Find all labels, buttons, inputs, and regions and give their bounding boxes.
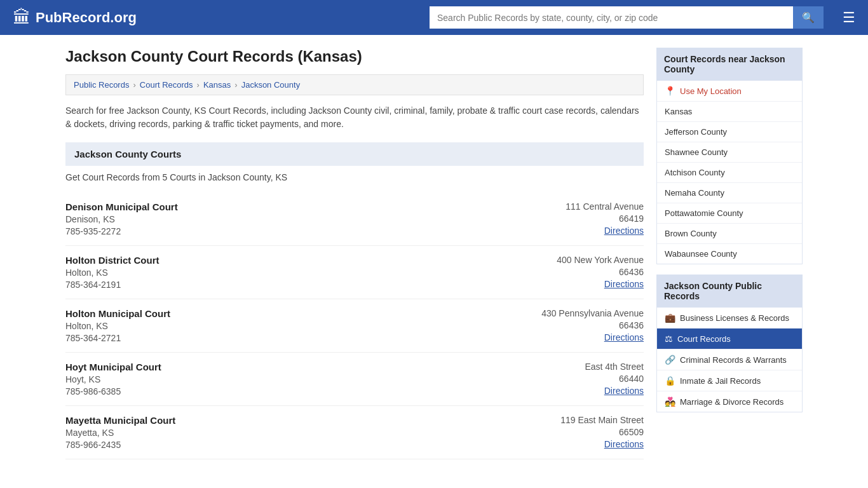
court-right: 430 Pennsylvania Avenue 66436 Directions <box>541 308 644 343</box>
nearby-list-item[interactable]: Nemaha County <box>657 183 802 203</box>
court-phone: 785-935-2272 <box>65 226 178 236</box>
court-phone: 785-986-6385 <box>65 386 161 396</box>
public-records-list-item[interactable]: 🔗Criminal Records & Warrants <box>657 349 802 370</box>
page-title: Jackson County Court Records (Kansas) <box>65 48 644 65</box>
breadcrumb-sep-2: › <box>197 80 200 90</box>
breadcrumb-sep-3: › <box>234 80 237 90</box>
public-records-list-item[interactable]: 💼Business Licenses & Records <box>657 308 802 329</box>
court-name: Mayetta Municipal Court <box>65 415 175 426</box>
nearby-link[interactable]: Brown County <box>665 229 717 238</box>
nearby-list-item[interactable]: Brown County <box>657 224 802 244</box>
search-area: 🔍 <box>430 6 824 29</box>
nearby-link[interactable]: Jefferson County <box>665 127 727 137</box>
directions-link[interactable]: Directions <box>604 332 644 342</box>
court-left: Hoyt Municipal Court Hoyt, KS 785-986-63… <box>65 362 161 396</box>
court-entry: Denison Municipal Court Denison, KS 785-… <box>65 193 644 246</box>
nearby-list-item[interactable]: 📍Use My Location <box>657 81 802 102</box>
court-left: Holton District Court Holton, KS 785-364… <box>65 255 159 290</box>
pr-icon: ⚖ <box>665 334 673 344</box>
nearby-list-item[interactable]: Shawnee County <box>657 142 802 163</box>
pr-icon: 🔗 <box>665 355 675 365</box>
nearby-list-item[interactable]: Jefferson County <box>657 122 802 142</box>
logo[interactable]: 🏛 PubRecord.org <box>13 7 137 28</box>
breadcrumb-sep-1: › <box>133 80 135 90</box>
court-address: 430 Pennsylvania Avenue <box>541 308 644 318</box>
nearby-list-item[interactable]: Kansas <box>657 102 802 122</box>
public-records-list-item[interactable]: 🔒Inmate & Jail Records <box>657 370 802 391</box>
pr-link[interactable]: Inmate & Jail Records <box>680 376 761 386</box>
nearby-link[interactable]: Wabaunsee County <box>665 249 737 259</box>
pr-link[interactable]: Marriage & Divorce Records <box>680 397 783 407</box>
courts-section-header: Jackson County Courts <box>65 142 644 166</box>
public-records-header: Jackson County Public Records <box>656 274 803 308</box>
court-zip: 66436 <box>541 320 644 330</box>
court-left: Mayetta Municipal Court Mayetta, KS 785-… <box>65 415 175 450</box>
court-zip: 66509 <box>542 427 644 437</box>
header: 🏛 PubRecord.org 🔍 ☰ <box>0 0 868 35</box>
location-icon: 📍 <box>665 86 675 96</box>
court-left: Denison Municipal Court Denison, KS 785-… <box>65 201 178 236</box>
court-address: 400 New York Avenue <box>542 255 644 265</box>
search-input[interactable] <box>430 6 793 29</box>
pr-link[interactable]: Business Licenses & Records <box>680 313 789 323</box>
nearby-link[interactable]: Pottawatomie County <box>665 208 743 218</box>
nearby-list-item[interactable]: Wabaunsee County <box>657 244 802 264</box>
court-city: Mayetta, KS <box>65 428 175 438</box>
courts-count: Get Court Records from 5 Courts in Jacks… <box>65 172 644 182</box>
court-phone: 785-364-2191 <box>65 280 159 290</box>
nearby-link[interactable]: Kansas <box>665 107 692 116</box>
nearby-list-item[interactable]: Atchison County <box>657 163 802 183</box>
hamburger-icon: ☰ <box>843 10 855 25</box>
pr-icon: 🔒 <box>665 376 675 386</box>
court-right: 111 Central Avenue 66419 Directions <box>542 201 644 236</box>
court-zip: 66419 <box>542 214 644 224</box>
court-name: Denison Municipal Court <box>65 201 178 212</box>
court-zip: 66436 <box>542 267 644 277</box>
court-name: Holton Municipal Court <box>65 308 170 319</box>
nearby-link[interactable]: Nemaha County <box>665 188 724 198</box>
court-phone: 785-966-2435 <box>65 440 175 450</box>
public-records-list: 💼Business Licenses & Records⚖Court Recor… <box>656 308 803 412</box>
court-city: Hoyt, KS <box>65 374 161 384</box>
nearby-link[interactable]: Atchison County <box>665 168 725 177</box>
court-city: Denison, KS <box>65 214 178 224</box>
court-entry: Holton Municipal Court Holton, KS 785-36… <box>65 299 644 353</box>
logo-text: PubRecord.org <box>36 10 137 26</box>
court-address: 119 East Main Street <box>542 415 644 425</box>
pr-link[interactable]: Criminal Records & Warrants <box>680 355 787 365</box>
page-description: Search for free Jackson County, KS Court… <box>65 104 644 131</box>
breadcrumb-public-records[interactable]: Public Records <box>74 80 129 90</box>
breadcrumb: Public Records › Court Records › Kansas … <box>65 74 644 95</box>
pr-label: Court Records <box>677 334 731 344</box>
content-area: Jackson County Court Records (Kansas) Pu… <box>65 48 644 459</box>
menu-button[interactable]: ☰ <box>843 10 855 26</box>
directions-link[interactable]: Directions <box>604 279 644 289</box>
breadcrumb-kansas[interactable]: Kansas <box>203 80 231 90</box>
search-button[interactable]: 🔍 <box>793 6 824 29</box>
court-phone: 785-364-2721 <box>65 333 170 343</box>
breadcrumb-jackson-county[interactable]: Jackson County <box>241 80 301 90</box>
court-right: 119 East Main Street 66509 Directions <box>542 415 644 450</box>
court-name: Holton District Court <box>65 255 159 266</box>
public-records-list-item[interactable]: 💑Marriage & Divorce Records <box>657 391 802 412</box>
nearby-list: 📍Use My LocationKansasJefferson CountySh… <box>656 81 803 264</box>
nearby-list-item[interactable]: Pottawatomie County <box>657 203 802 224</box>
main-container: Jackson County Court Records (Kansas) Pu… <box>53 35 815 472</box>
directions-link[interactable]: Directions <box>604 386 644 396</box>
court-entry: Mayetta Municipal Court Mayetta, KS 785-… <box>65 406 644 459</box>
court-right: East 4th Street 66440 Directions <box>542 362 644 396</box>
nearby-link[interactable]: Shawnee County <box>665 147 728 157</box>
court-city: Holton, KS <box>65 268 159 278</box>
public-records-list-item[interactable]: ⚖Court Records <box>657 329 802 349</box>
court-entry: Holton District Court Holton, KS 785-364… <box>65 246 644 299</box>
court-address: 111 Central Avenue <box>542 201 644 212</box>
court-left: Holton Municipal Court Holton, KS 785-36… <box>65 308 170 343</box>
directions-link[interactable]: Directions <box>604 439 644 449</box>
nearby-header: Court Records near Jackson County <box>656 48 803 81</box>
directions-link[interactable]: Directions <box>604 226 644 236</box>
logo-icon: 🏛 <box>13 7 31 28</box>
court-entry: Hoyt Municipal Court Hoyt, KS 785-986-63… <box>65 353 644 406</box>
courts-list: Denison Municipal Court Denison, KS 785-… <box>65 193 644 459</box>
court-right: 400 New York Avenue 66436 Directions <box>542 255 644 290</box>
breadcrumb-court-records[interactable]: Court Records <box>140 80 193 90</box>
